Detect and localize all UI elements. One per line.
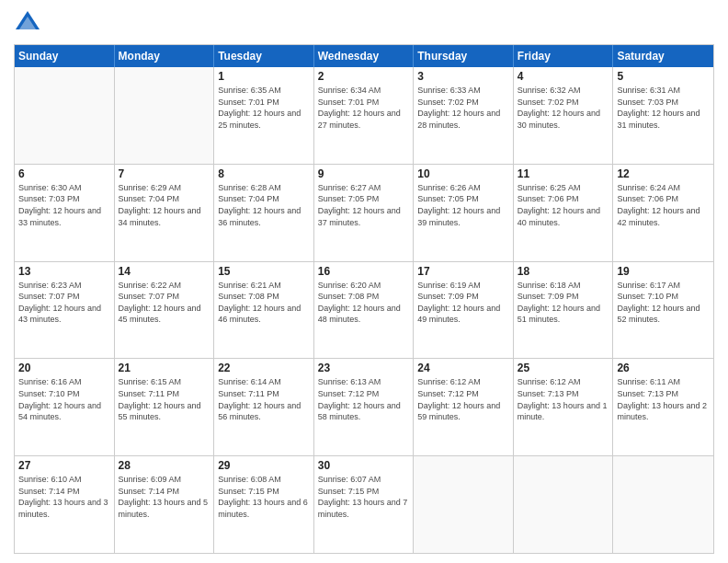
day-number: 5: [617, 70, 710, 83]
calendar-cell: 13Sunrise: 6:23 AM Sunset: 7:07 PM Dayli…: [15, 262, 115, 359]
calendar-cell: [613, 456, 713, 553]
day-info: Sunrise: 6:20 AM Sunset: 7:08 PM Dayligh…: [318, 280, 410, 326]
day-info: Sunrise: 6:13 AM Sunset: 7:12 PM Dayligh…: [318, 376, 410, 422]
day-info: Sunrise: 6:08 AM Sunset: 7:15 PM Dayligh…: [218, 474, 310, 520]
day-info: Sunrise: 6:21 AM Sunset: 7:08 PM Dayligh…: [218, 280, 310, 326]
calendar-cell: 30Sunrise: 6:07 AM Sunset: 7:15 PM Dayli…: [314, 456, 415, 553]
day-number: 7: [119, 167, 210, 180]
day-info: Sunrise: 6:24 AM Sunset: 7:06 PM Dayligh…: [617, 182, 710, 228]
day-info: Sunrise: 6:07 AM Sunset: 7:15 PM Dayligh…: [318, 474, 410, 520]
calendar-row-0: 1Sunrise: 6:35 AM Sunset: 7:01 PM Daylig…: [15, 67, 713, 164]
calendar-cell: 18Sunrise: 6:18 AM Sunset: 7:09 PM Dayli…: [514, 262, 614, 359]
day-info: Sunrise: 6:30 AM Sunset: 7:03 PM Dayligh…: [18, 182, 110, 228]
day-number: 19: [617, 265, 710, 278]
day-info: Sunrise: 6:16 AM Sunset: 7:10 PM Dayligh…: [18, 376, 110, 422]
day-number: 24: [417, 362, 509, 374]
calendar-cell: [115, 67, 215, 164]
calendar-cell: 16Sunrise: 6:20 AM Sunset: 7:08 PM Dayli…: [314, 262, 415, 359]
day-number: 10: [417, 167, 509, 180]
calendar-cell: 25Sunrise: 6:12 AM Sunset: 7:13 PM Dayli…: [514, 359, 614, 455]
day-info: Sunrise: 6:15 AM Sunset: 7:11 PM Dayligh…: [119, 376, 210, 422]
day-number: 1: [218, 70, 310, 83]
calendar-cell: 12Sunrise: 6:24 AM Sunset: 7:06 PM Dayli…: [613, 165, 713, 261]
calendar-cell: 9Sunrise: 6:27 AM Sunset: 7:05 PM Daylig…: [314, 165, 415, 261]
calendar-cell: 1Sunrise: 6:35 AM Sunset: 7:01 PM Daylig…: [214, 67, 314, 164]
calendar-row-3: 20Sunrise: 6:16 AM Sunset: 7:10 PM Dayli…: [15, 358, 713, 455]
day-number: 17: [417, 265, 509, 278]
header: [14, 9, 714, 37]
calendar-body: 1Sunrise: 6:35 AM Sunset: 7:01 PM Daylig…: [15, 67, 713, 553]
calendar-cell: 5Sunrise: 6:31 AM Sunset: 7:03 PM Daylig…: [613, 67, 713, 164]
calendar-cell: 7Sunrise: 6:29 AM Sunset: 7:04 PM Daylig…: [115, 165, 215, 261]
day-number: 8: [218, 167, 310, 180]
header-day-wednesday: Wednesday: [314, 45, 415, 67]
calendar-cell: [514, 456, 614, 553]
day-info: Sunrise: 6:25 AM Sunset: 7:06 PM Dayligh…: [518, 182, 609, 228]
day-number: 15: [218, 265, 310, 278]
day-number: 16: [318, 265, 410, 278]
calendar-cell: 24Sunrise: 6:12 AM Sunset: 7:12 PM Dayli…: [414, 359, 514, 455]
day-number: 20: [18, 362, 110, 374]
calendar-row-2: 13Sunrise: 6:23 AM Sunset: 7:07 PM Dayli…: [15, 261, 713, 359]
calendar-header: SundayMondayTuesdayWednesdayThursdayFrid…: [15, 45, 713, 67]
calendar-cell: 29Sunrise: 6:08 AM Sunset: 7:15 PM Dayli…: [214, 456, 314, 553]
day-info: Sunrise: 6:11 AM Sunset: 7:13 PM Dayligh…: [617, 376, 710, 422]
calendar-cell: 19Sunrise: 6:17 AM Sunset: 7:10 PM Dayli…: [613, 262, 713, 359]
logo-icon: [14, 9, 41, 37]
calendar-cell: 14Sunrise: 6:22 AM Sunset: 7:07 PM Dayli…: [115, 262, 215, 359]
calendar-row-4: 27Sunrise: 6:10 AM Sunset: 7:14 PM Dayli…: [15, 455, 713, 553]
day-number: 29: [218, 459, 310, 472]
day-number: 2: [318, 70, 410, 83]
day-number: 13: [18, 265, 110, 278]
day-info: Sunrise: 6:33 AM Sunset: 7:02 PM Dayligh…: [417, 85, 509, 131]
calendar-cell: [414, 456, 514, 553]
calendar: SundayMondayTuesdayWednesdayThursdayFrid…: [14, 44, 714, 554]
day-info: Sunrise: 6:26 AM Sunset: 7:05 PM Dayligh…: [417, 182, 509, 228]
day-info: Sunrise: 6:27 AM Sunset: 7:05 PM Dayligh…: [318, 182, 410, 228]
calendar-cell: 22Sunrise: 6:14 AM Sunset: 7:11 PM Dayli…: [214, 359, 314, 455]
calendar-cell: 2Sunrise: 6:34 AM Sunset: 7:01 PM Daylig…: [314, 67, 415, 164]
header-day-thursday: Thursday: [414, 45, 514, 67]
day-number: 14: [119, 265, 210, 278]
day-info: Sunrise: 6:34 AM Sunset: 7:01 PM Dayligh…: [318, 85, 410, 131]
day-number: 25: [518, 362, 609, 374]
calendar-cell: 3Sunrise: 6:33 AM Sunset: 7:02 PM Daylig…: [414, 67, 514, 164]
calendar-cell: 21Sunrise: 6:15 AM Sunset: 7:11 PM Dayli…: [115, 359, 215, 455]
header-day-sunday: Sunday: [15, 45, 115, 67]
day-info: Sunrise: 6:22 AM Sunset: 7:07 PM Dayligh…: [119, 280, 210, 326]
day-info: Sunrise: 6:17 AM Sunset: 7:10 PM Dayligh…: [617, 280, 710, 326]
calendar-cell: 27Sunrise: 6:10 AM Sunset: 7:14 PM Dayli…: [15, 456, 115, 553]
day-info: Sunrise: 6:35 AM Sunset: 7:01 PM Dayligh…: [218, 85, 310, 131]
day-info: Sunrise: 6:23 AM Sunset: 7:07 PM Dayligh…: [18, 280, 110, 326]
day-info: Sunrise: 6:18 AM Sunset: 7:09 PM Dayligh…: [518, 280, 609, 326]
day-number: 9: [318, 167, 410, 180]
calendar-cell: 23Sunrise: 6:13 AM Sunset: 7:12 PM Dayli…: [314, 359, 415, 455]
day-number: 18: [518, 265, 609, 278]
calendar-cell: [15, 67, 115, 164]
day-info: Sunrise: 6:32 AM Sunset: 7:02 PM Dayligh…: [518, 85, 609, 131]
day-number: 3: [417, 70, 509, 83]
day-info: Sunrise: 6:14 AM Sunset: 7:11 PM Dayligh…: [218, 376, 310, 422]
day-number: 23: [318, 362, 410, 374]
calendar-cell: 10Sunrise: 6:26 AM Sunset: 7:05 PM Dayli…: [414, 165, 514, 261]
calendar-cell: 26Sunrise: 6:11 AM Sunset: 7:13 PM Dayli…: [613, 359, 713, 455]
day-number: 26: [617, 362, 710, 374]
header-day-monday: Monday: [115, 45, 215, 67]
day-number: 22: [218, 362, 310, 374]
header-day-friday: Friday: [514, 45, 614, 67]
logo: [14, 9, 45, 37]
day-number: 28: [119, 459, 210, 472]
page: SundayMondayTuesdayWednesdayThursdayFrid…: [0, 0, 728, 563]
day-number: 6: [18, 167, 110, 180]
day-info: Sunrise: 6:29 AM Sunset: 7:04 PM Dayligh…: [119, 182, 210, 228]
day-info: Sunrise: 6:31 AM Sunset: 7:03 PM Dayligh…: [617, 85, 710, 131]
day-number: 21: [119, 362, 210, 374]
day-info: Sunrise: 6:28 AM Sunset: 7:04 PM Dayligh…: [218, 182, 310, 228]
calendar-cell: 20Sunrise: 6:16 AM Sunset: 7:10 PM Dayli…: [15, 359, 115, 455]
day-number: 30: [318, 459, 410, 472]
calendar-cell: 15Sunrise: 6:21 AM Sunset: 7:08 PM Dayli…: [214, 262, 314, 359]
day-info: Sunrise: 6:12 AM Sunset: 7:13 PM Dayligh…: [518, 376, 609, 422]
calendar-cell: 4Sunrise: 6:32 AM Sunset: 7:02 PM Daylig…: [514, 67, 614, 164]
day-number: 12: [617, 167, 710, 180]
calendar-cell: 11Sunrise: 6:25 AM Sunset: 7:06 PM Dayli…: [514, 165, 614, 261]
